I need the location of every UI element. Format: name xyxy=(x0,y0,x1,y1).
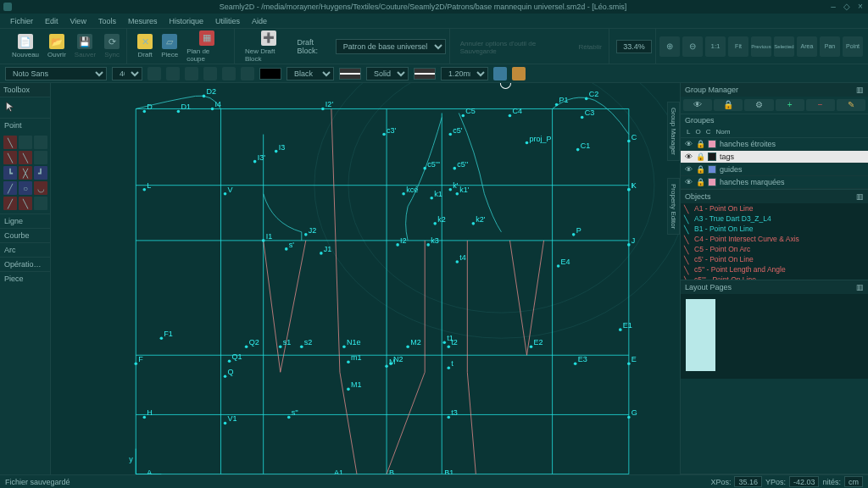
menu-mesures[interactable]: Mesures xyxy=(123,15,163,27)
section-ligne[interactable]: Ligne xyxy=(0,214,50,228)
zoom-out-button[interactable]: ⊖ xyxy=(682,36,703,57)
piece-mode-button[interactable]: ▱Piece xyxy=(158,32,181,60)
point-tool-2[interactable] xyxy=(19,136,32,149)
eye-icon[interactable]: 👁 xyxy=(684,140,693,148)
pan-button[interactable]: Pan xyxy=(820,36,840,57)
layout-mode-button[interactable]: ▦Plan de coupe xyxy=(183,29,231,64)
linetype-swatch[interactable] xyxy=(339,68,361,80)
object-row[interactable]: ╲C4 - Point Intersect Curve & Axis xyxy=(681,234,868,244)
zoom-in-button[interactable]: ⊕ xyxy=(659,36,680,57)
point-tool-11[interactable]: ○ xyxy=(19,181,32,195)
italic-button[interactable] xyxy=(166,67,180,80)
font-select[interactable]: Noto Sans xyxy=(5,67,107,80)
point-tool-9[interactable]: ┛ xyxy=(34,166,47,180)
zoom-prev-button[interactable]: Previous xyxy=(751,36,771,57)
group-lock-button[interactable]: 🔒 xyxy=(714,99,743,111)
lock-icon[interactable]: 🔒 xyxy=(696,140,704,148)
object-row[interactable]: ╲c5'' - Point Length and Angle xyxy=(681,264,868,274)
misc-tool-1[interactable] xyxy=(493,67,507,80)
zoom-input[interactable] xyxy=(616,40,652,53)
section-piece[interactable]: Piece xyxy=(0,271,50,286)
section-operations[interactable]: Opératio… xyxy=(0,257,50,271)
text-tool-button[interactable] xyxy=(203,67,217,80)
menu-view[interactable]: View xyxy=(65,15,92,27)
misc-tool-2[interactable] xyxy=(512,67,526,80)
point-tool-14[interactable]: ╲ xyxy=(19,197,32,210)
point-tool-8[interactable]: ╳ xyxy=(19,166,32,180)
side-tab-group-manager[interactable]: Group Manager xyxy=(667,102,680,161)
point-tool-10[interactable]: ╱ xyxy=(3,181,17,195)
menu-utilities[interactable]: Utilities xyxy=(210,15,245,27)
eye-icon[interactable]: 👁 xyxy=(684,178,693,186)
section-point[interactable]: Point xyxy=(0,118,50,132)
select-tool-button[interactable] xyxy=(222,67,236,80)
bold-button[interactable] xyxy=(147,67,161,80)
point-tool-1[interactable]: ╲ xyxy=(3,136,17,149)
panel-collapse-icon[interactable]: ▥ xyxy=(856,86,864,94)
close-button[interactable]: × xyxy=(856,3,865,11)
lock-icon[interactable]: 🔒 xyxy=(696,165,704,174)
minimize-button[interactable]: – xyxy=(829,3,837,11)
group-row[interactable]: 👁🔒hanches marquées xyxy=(681,176,868,189)
color-select[interactable]: Black xyxy=(287,67,334,80)
group-row[interactable]: 👁🔒guides xyxy=(681,164,868,176)
menu-tools[interactable]: Tools xyxy=(93,15,121,27)
group-vis-button[interactable]: 👁 xyxy=(683,99,712,111)
lock-icon[interactable]: 🔒 xyxy=(696,152,704,161)
point-tool-7[interactable]: ┗ xyxy=(3,166,17,180)
point-tool-12[interactable]: ◡ xyxy=(34,181,47,195)
zoom-selected-button[interactable]: Selected xyxy=(774,36,794,57)
eye-icon[interactable]: 👁 xyxy=(684,165,693,174)
fontsize-select[interactable]: 40 xyxy=(112,67,142,80)
menu-edit[interactable]: Edit xyxy=(40,15,64,27)
zoom-fit-button[interactable]: Fit xyxy=(728,36,748,57)
menu-historique[interactable]: Historique xyxy=(164,15,209,27)
zoom-point-button[interactable]: Point xyxy=(843,36,863,57)
lock-icon[interactable]: 🔒 xyxy=(696,178,704,186)
draft-mode-button[interactable]: ✕Draft xyxy=(134,32,156,60)
layout-thumbnail[interactable] xyxy=(686,299,715,371)
menu-fichier[interactable]: Fichier xyxy=(5,15,38,27)
point-tool-6[interactable] xyxy=(34,151,47,164)
undo-button[interactable]: Annuler options d'outil de Sauvegarde xyxy=(457,36,574,57)
side-tab-property-editor[interactable]: Property Editor xyxy=(667,178,680,235)
select-tool[interactable] xyxy=(0,97,50,118)
point-tool-4[interactable]: ╲ xyxy=(3,151,17,164)
eye-icon[interactable]: 👁 xyxy=(684,152,693,161)
point-tool-3[interactable] xyxy=(34,136,47,149)
object-row[interactable]: ╲B1 - Point On Line xyxy=(681,224,868,234)
zoom-area-button[interactable]: Area xyxy=(797,36,817,57)
new-button[interactable]: 📄Nouveau xyxy=(8,32,42,60)
object-row[interactable]: ╲c5''' - Point On Line xyxy=(681,274,868,280)
object-row[interactable]: ╲c5' - Point On Line xyxy=(681,254,868,264)
drafting-canvas[interactable]: y x AA1BB1CC1C2C3C4C5DD1D2EE1E2E3E4FF1GH… xyxy=(51,83,680,474)
objects-collapse-icon[interactable]: ▥ xyxy=(856,192,864,201)
linewidth-select[interactable]: 1.20mm xyxy=(441,67,488,80)
linetype-select[interactable]: Solidline xyxy=(366,67,409,80)
linewidth-swatch[interactable] xyxy=(414,68,436,80)
layout-preview[interactable] xyxy=(681,294,868,379)
object-row[interactable]: ╲A1 - Point On Line xyxy=(681,203,868,214)
section-arc[interactable]: Arc xyxy=(0,242,50,257)
point-tool-5[interactable]: ╲ xyxy=(19,151,32,164)
object-row[interactable]: ╲C5 - Point On Arc xyxy=(681,244,868,254)
draft-block-select[interactable]: Patron de base universel xyxy=(336,39,446,54)
section-courbe[interactable]: Courbe xyxy=(0,228,50,242)
maximize-button[interactable]: ◇ xyxy=(843,3,851,11)
snap-button[interactable] xyxy=(241,67,254,80)
group-add-button[interactable]: + xyxy=(776,99,804,111)
group-edit-button[interactable]: ✎ xyxy=(837,99,865,111)
underline-button[interactable] xyxy=(185,67,198,80)
group-settings-button[interactable]: ⚙ xyxy=(744,99,773,111)
zoom-11-button[interactable]: 1:1 xyxy=(705,36,726,57)
color-swatch[interactable] xyxy=(259,68,281,80)
layout-collapse-icon[interactable]: ▥ xyxy=(856,283,864,291)
point-tool-15[interactable] xyxy=(34,197,47,210)
object-row[interactable]: ╲A3 - True Dart D3_Z_L4 xyxy=(681,214,868,224)
new-draft-block-button[interactable]: ➕New Draft Block xyxy=(242,29,296,64)
menu-aide[interactable]: Aide xyxy=(247,15,272,27)
group-remove-button[interactable]: − xyxy=(806,99,835,111)
point-tool-13[interactable]: ╱ xyxy=(3,197,17,210)
open-button[interactable]: 📂Ouvrir xyxy=(44,32,70,60)
group-row[interactable]: 👁🔒hanches étroites xyxy=(681,138,868,151)
